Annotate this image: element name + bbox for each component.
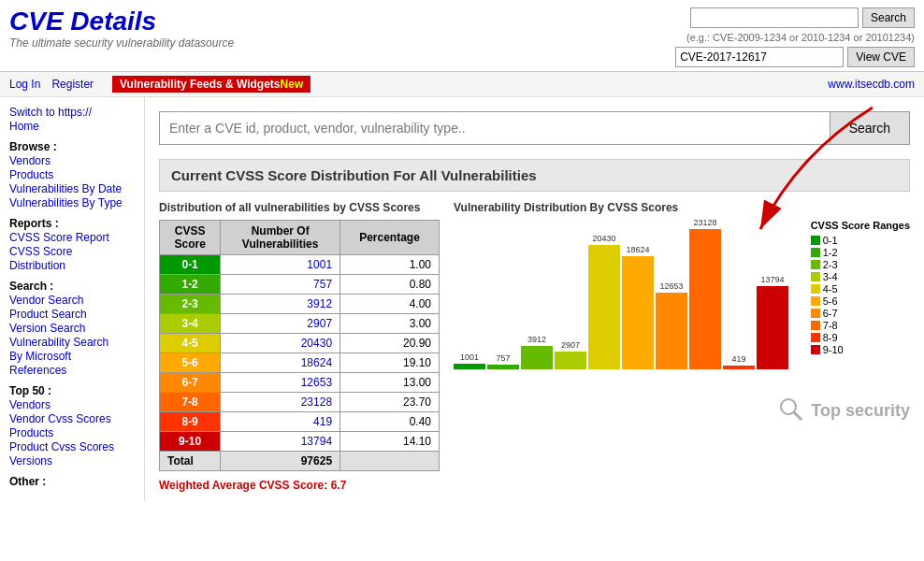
view-cve-button[interactable]: View CVE — [847, 47, 915, 67]
legend-color-swatch — [811, 321, 820, 330]
page-layout: Switch to https:// Home Browse : Vendors… — [0, 97, 924, 501]
col-num: Number OfVulnerabilities — [221, 221, 340, 255]
chart-inner: 1001 757 3912 2907 20430 18624 12653 231… — [454, 220, 910, 388]
bar-group: 18624 — [622, 245, 654, 369]
itsecdb-link[interactable]: www.itsecdb.com — [828, 78, 915, 91]
bar-rect — [454, 364, 485, 369]
bar-group: 12653 — [656, 281, 687, 369]
site-subtitle: The ultimate security vulnerability data… — [9, 36, 675, 50]
top-search-button[interactable]: Search — [862, 7, 915, 28]
sidebar-distribution[interactable]: Distribution — [9, 259, 135, 272]
table-row: 9-10 13794 14.10 — [160, 432, 440, 452]
sidebar-product-search[interactable]: Product Search — [9, 308, 135, 321]
bar-rect — [487, 365, 519, 369]
legend-label: 5-6 — [823, 295, 838, 307]
sidebar-products-top[interactable]: Products — [9, 426, 135, 439]
table-row: 4-5 20430 20.90 — [160, 334, 440, 353]
vuln-feeds-badge[interactable]: Vulnerability Feeds & WidgetsNew — [112, 76, 310, 93]
bar-rect — [757, 286, 788, 369]
sidebar-cvss-score[interactable]: CVSS Score — [9, 245, 135, 258]
bar-label: 1001 — [460, 352, 479, 362]
count-link[interactable]: 13794 — [301, 435, 332, 448]
bar-rect — [656, 293, 687, 369]
count-link[interactable]: 1001 — [307, 258, 332, 271]
weighted-avg: Weighted Average CVSS Score: 6.7 — [159, 479, 440, 492]
sidebar-home[interactable]: Home — [9, 120, 135, 133]
main-search-input[interactable] — [159, 111, 830, 145]
bar-rect — [622, 256, 654, 369]
legend-color-swatch — [811, 284, 820, 294]
main-search-button[interactable]: Search — [830, 111, 910, 145]
sidebar-switch-https[interactable]: Switch to https:// — [9, 106, 135, 119]
count-cell: 12653 — [221, 373, 340, 393]
sidebar-vendor-cvss[interactable]: Vendor Cvss Scores — [9, 412, 135, 425]
sidebar-references[interactable]: References — [9, 364, 135, 377]
main-search-bar: Search — [159, 111, 910, 145]
legend-color-swatch — [811, 333, 820, 342]
count-cell: 757 — [221, 275, 340, 295]
bar-rect — [521, 346, 553, 369]
count-link[interactable]: 23128 — [301, 396, 332, 409]
total-count: 97625 — [221, 452, 340, 471]
dist-table-title: Distribution of all vulnerabilities by C… — [159, 201, 440, 214]
top-search-input[interactable] — [690, 7, 859, 28]
count-link[interactable]: 12653 — [301, 376, 332, 389]
legend-label: 7-8 — [823, 320, 838, 331]
vuln-feeds-text: Vulnerability Feeds & Widgets — [120, 78, 280, 91]
score-cell: 6-7 — [160, 373, 221, 393]
legend-color-swatch — [811, 248, 820, 257]
count-link[interactable]: 419 — [313, 415, 332, 428]
legend-color-swatch — [811, 309, 820, 318]
sidebar-vuln-by-date[interactable]: Vulnerabilities By Date — [9, 182, 135, 195]
sidebar-vendors-top[interactable]: Vendors — [9, 398, 135, 411]
count-link[interactable]: 20430 — [301, 337, 332, 350]
chart-container: Vulnerability Distribution By CVSS Score… — [454, 201, 910, 492]
legend-item: 9-10 — [811, 344, 910, 355]
table-row: 8-9 419 0.40 — [160, 412, 440, 432]
login-link[interactable]: Log In — [9, 78, 40, 91]
sidebar-vuln-search[interactable]: Vulnerability Search — [9, 336, 135, 349]
count-cell: 20430 — [221, 334, 340, 353]
bar-label: 23128 — [693, 218, 716, 227]
sidebar-cvss-score-report[interactable]: CVSS Score Report — [9, 231, 135, 244]
sidebar-by-microsoft[interactable]: By Microsoft — [9, 350, 135, 363]
bar-rect — [689, 229, 721, 369]
legend-item: 6-7 — [811, 308, 910, 319]
legend-label: 0-1 — [823, 235, 838, 246]
dist-table-body: 0-1 1001 1.00 1-2 757 0.80 2-3 3912 4.00… — [160, 255, 440, 452]
count-cell: 13794 — [221, 432, 340, 452]
sidebar-vuln-by-type[interactable]: Vulnerabilities By Type — [9, 196, 135, 209]
pct-cell: 14.10 — [340, 432, 440, 452]
page-header: CVE Details The ultimate security vulner… — [0, 0, 924, 72]
pct-cell: 0.40 — [340, 412, 440, 432]
header-right: Search (e.g.: CVE-2009-1234 or 2010-1234… — [675, 7, 915, 67]
cve-input[interactable] — [675, 47, 844, 67]
legend-color-swatch — [811, 260, 820, 269]
col-pct: Percentage — [340, 221, 440, 255]
sidebar-versions[interactable]: Versions — [9, 454, 135, 468]
count-link[interactable]: 3912 — [307, 297, 332, 310]
sidebar-browse-label: Browse : — [9, 140, 135, 153]
dist-table: CVSSScore Number OfVulnerabilities Perce… — [159, 220, 440, 471]
sidebar-version-search[interactable]: Version Search — [9, 322, 135, 335]
score-cell: 3-4 — [160, 314, 221, 334]
legend-label: 4-5 — [823, 283, 838, 295]
cve-input-row: View CVE — [675, 47, 915, 67]
sidebar-reports-label: Reports : — [9, 217, 135, 230]
count-link[interactable]: 2907 — [307, 317, 332, 330]
sidebar-product-cvss[interactable]: Product Cvss Scores — [9, 440, 135, 453]
bar-rect — [723, 366, 755, 369]
score-cell: 7-8 — [160, 393, 221, 412]
sidebar-vendor-search[interactable]: Vendor Search — [9, 294, 135, 307]
table-row: 7-8 23128 23.70 — [160, 393, 440, 412]
sidebar-products[interactable]: Products — [9, 168, 135, 181]
pct-cell: 0.80 — [340, 275, 440, 295]
sidebar-top50-label: Top 50 : — [9, 384, 135, 397]
register-link[interactable]: Register — [51, 78, 94, 91]
sidebar-vendors[interactable]: Vendors — [9, 154, 135, 167]
legend-color-swatch — [811, 296, 820, 306]
count-link[interactable]: 18624 — [301, 356, 332, 369]
legend-item: 2-3 — [811, 259, 910, 270]
count-link[interactable]: 757 — [313, 278, 332, 291]
main-content: Search Current CVSS Score Distribution F… — [145, 97, 924, 501]
